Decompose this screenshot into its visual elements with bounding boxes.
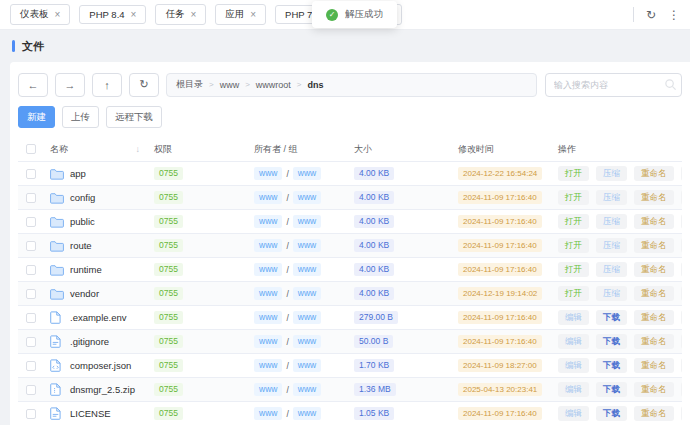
action-rename-button[interactable]: 重命名 (634, 238, 674, 253)
file-name[interactable]: route (70, 240, 92, 251)
action-open-button[interactable]: 打开 (558, 238, 589, 253)
column-header-mtime[interactable]: 修改时间 (458, 143, 494, 156)
owner-badge[interactable]: www (254, 215, 282, 228)
column-header-size[interactable]: 大小 (354, 143, 372, 156)
tab-1[interactable]: 仪表板 × (10, 4, 70, 25)
group-badge[interactable]: www (293, 335, 321, 348)
action-rename-button[interactable]: 重命名 (634, 406, 674, 421)
action-delete-button[interactable]: 删除 (681, 190, 683, 205)
action-open-button[interactable]: 打开 (558, 190, 589, 205)
more-dots-icon[interactable]: ⋮ (668, 9, 680, 21)
action-download-button[interactable]: 下载 (596, 334, 627, 349)
file-name[interactable]: composer.json (70, 360, 131, 371)
select-all-checkbox[interactable] (26, 144, 36, 154)
tab-close-icon[interactable]: × (190, 10, 196, 20)
action-compress-button[interactable]: 压缩 (596, 262, 627, 277)
group-badge[interactable]: www (293, 359, 321, 372)
breadcrumb[interactable]: 根目录 > www > wwwroot > dns (166, 73, 537, 97)
tab-2[interactable]: PHP 8.4 × (79, 5, 146, 24)
action-edit-button[interactable]: 编辑 (558, 358, 589, 373)
row-checkbox[interactable] (26, 169, 36, 179)
action-rename-button[interactable]: 重命名 (634, 382, 674, 397)
row-checkbox[interactable] (26, 241, 36, 251)
group-badge[interactable]: www (293, 263, 321, 276)
action-delete-button[interactable]: 删除 (681, 310, 683, 325)
group-badge[interactable]: www (293, 239, 321, 252)
owner-badge[interactable]: www (254, 335, 282, 348)
forward-button[interactable]: → (55, 73, 85, 97)
file-name[interactable]: vendor (70, 288, 99, 299)
file-name[interactable]: app (70, 168, 86, 179)
owner-badge[interactable]: www (254, 407, 282, 420)
file-name[interactable]: runtime (70, 264, 102, 275)
owner-badge[interactable]: www (254, 287, 282, 300)
refresh-path-button[interactable]: ↻ (129, 73, 159, 97)
owner-badge[interactable]: www (254, 191, 282, 204)
row-checkbox[interactable] (26, 193, 36, 203)
action-delete-button[interactable]: 删除 (681, 358, 683, 373)
file-name[interactable]: LICENSE (70, 408, 111, 419)
sort-descending-icon[interactable]: ↓ (136, 144, 141, 154)
group-badge[interactable]: www (293, 407, 321, 420)
action-rename-button[interactable]: 重命名 (634, 358, 674, 373)
action-delete-button[interactable]: 删除 (681, 382, 683, 397)
action-download-button[interactable]: 下载 (596, 382, 627, 397)
table-row[interactable]: composer.json 0755 www / www 1.70 KB 202… (18, 354, 682, 378)
table-row[interactable]: .gitignore 0755 www / www 50.00 B 2024-1… (18, 330, 682, 354)
remote-download-button[interactable]: 远程下载 (106, 106, 162, 128)
group-badge[interactable]: www (293, 191, 321, 204)
action-compress-button[interactable]: 压缩 (596, 238, 627, 253)
upload-button[interactable]: 上传 (62, 106, 99, 128)
tab-close-icon[interactable]: × (55, 10, 61, 20)
action-rename-button[interactable]: 重命名 (634, 190, 674, 205)
file-name[interactable]: config (70, 192, 95, 203)
new-button[interactable]: 新建 (18, 106, 55, 128)
back-button[interactable]: ← (18, 73, 48, 97)
action-rename-button[interactable]: 重命名 (634, 214, 674, 229)
refresh-icon[interactable]: ↻ (646, 9, 656, 21)
row-checkbox[interactable] (26, 265, 36, 275)
file-name[interactable]: .example.env (70, 312, 127, 323)
group-badge[interactable]: www (293, 167, 321, 180)
action-rename-button[interactable]: 重命名 (634, 286, 674, 301)
action-open-button[interactable]: 打开 (558, 286, 589, 301)
table-row[interactable]: runtime 0755 www / www 4.00 KB 2024-11-0… (18, 258, 682, 282)
column-header-owner-group[interactable]: 所有者 / 组 (254, 143, 298, 156)
tab-4[interactable]: 应用 × (215, 4, 266, 25)
action-open-button[interactable]: 打开 (558, 214, 589, 229)
owner-badge[interactable]: www (254, 383, 282, 396)
row-checkbox[interactable] (26, 217, 36, 227)
action-delete-button[interactable]: 删除 (681, 406, 683, 421)
row-checkbox[interactable] (26, 361, 36, 371)
search-icon[interactable] (664, 78, 677, 91)
column-header-name[interactable]: 名称 (50, 143, 68, 156)
action-edit-button[interactable]: 编辑 (558, 334, 589, 349)
row-checkbox[interactable] (26, 289, 36, 299)
tab-close-icon[interactable]: × (131, 10, 137, 20)
group-badge[interactable]: www (293, 287, 321, 300)
up-button[interactable]: ↑ (92, 73, 122, 97)
action-delete-button[interactable]: 删除 (681, 262, 683, 277)
table-row[interactable]: dnsmgr_2.5.zip 0755 www / www 1.36 MB 20… (18, 378, 682, 402)
search-input[interactable] (545, 73, 682, 97)
owner-badge[interactable]: www (254, 359, 282, 372)
tab-close-icon[interactable]: × (250, 10, 256, 20)
owner-badge[interactable]: www (254, 311, 282, 324)
file-name[interactable]: public (70, 216, 95, 227)
action-compress-button[interactable]: 压缩 (596, 166, 627, 181)
table-row[interactable]: public 0755 www / www 4.00 KB 2024-11-09… (18, 210, 682, 234)
action-delete-button[interactable]: 删除 (681, 238, 683, 253)
action-delete-button[interactable]: 删除 (681, 166, 683, 181)
owner-badge[interactable]: www (254, 167, 282, 180)
action-open-button[interactable]: 打开 (558, 166, 589, 181)
row-checkbox[interactable] (26, 313, 36, 323)
action-rename-button[interactable]: 重命名 (634, 310, 674, 325)
breadcrumb-item-root[interactable]: 根目录 (176, 78, 203, 91)
group-badge[interactable]: www (293, 215, 321, 228)
table-row[interactable]: .example.env 0755 www / www 279.00 B 202… (18, 306, 682, 330)
action-delete-button[interactable]: 删除 (681, 334, 683, 349)
action-rename-button[interactable]: 重命名 (634, 166, 674, 181)
row-checkbox[interactable] (26, 337, 36, 347)
action-compress-button[interactable]: 压缩 (596, 214, 627, 229)
table-row[interactable]: LICENSE 0755 www / www 1.05 KB 2024-11-0… (18, 402, 682, 425)
